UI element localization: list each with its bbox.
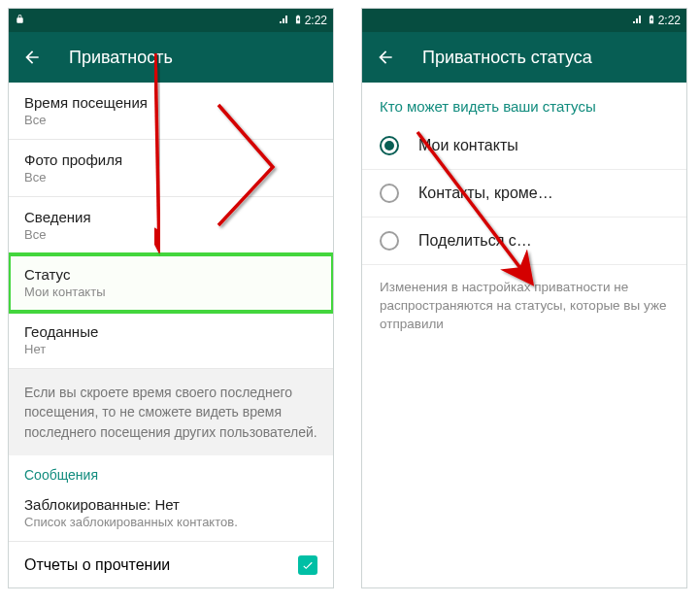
option-label: Контакты, кроме… xyxy=(418,185,553,202)
setting-row-blocked[interactable]: Заблокированные: Нет Список заблокирован… xyxy=(9,485,333,541)
option-share-with[interactable]: Поделиться с… xyxy=(362,218,686,265)
section-header-who-can-see: Кто может видеть ваши статусы xyxy=(362,83,686,122)
app-bar: Приватность статуса xyxy=(362,32,686,83)
setting-row-status[interactable]: Статус Мои контакты xyxy=(9,254,333,312)
setting-title: Отчеты о прочтении xyxy=(24,556,170,574)
option-contacts-except[interactable]: Контакты, кроме… xyxy=(362,170,686,218)
setting-value: Все xyxy=(24,113,317,127)
option-my-contacts[interactable]: Мои контакты xyxy=(362,122,686,170)
privacy-screen: 2:22 Приватность Время посещения Все Фот… xyxy=(8,8,334,588)
hint-text: Если вы скроете время своего последнего … xyxy=(9,369,333,455)
lock-icon xyxy=(15,14,25,27)
signal-icon xyxy=(278,14,291,28)
setting-row-profile-photo[interactable]: Фото профиля Все xyxy=(9,140,333,197)
back-button[interactable] xyxy=(376,48,395,67)
option-label: Поделиться с… xyxy=(418,232,532,250)
option-label: Мои контакты xyxy=(418,137,518,154)
setting-row-read-receipts[interactable]: Отчеты о прочтении xyxy=(9,541,333,588)
setting-title: Время посещения xyxy=(24,94,317,111)
clock-time: 2:22 xyxy=(658,14,681,27)
setting-value: Список заблокированных контактов. xyxy=(24,515,317,529)
battery-icon xyxy=(293,13,303,29)
setting-value: Нет xyxy=(24,342,317,356)
setting-value: Все xyxy=(24,170,317,185)
setting-row-about[interactable]: Сведения Все xyxy=(9,197,333,254)
setting-row-live-location[interactable]: Геоданные Нет xyxy=(9,312,333,369)
setting-value: Все xyxy=(24,227,317,242)
setting-title: Статус xyxy=(24,266,317,283)
setting-title: Геоданные xyxy=(24,323,317,340)
radio-unselected-icon xyxy=(380,184,399,203)
setting-title: Заблокированные: Нет xyxy=(24,496,317,513)
radio-selected-icon xyxy=(380,136,399,155)
checkbox-checked-icon[interactable] xyxy=(298,555,317,575)
app-bar: Приватность xyxy=(9,32,333,83)
battery-icon xyxy=(647,13,656,29)
status-privacy-screen: 2:22 Приватность статуса Кто может видет… xyxy=(361,8,687,588)
page-title: Приватность xyxy=(69,48,173,68)
setting-value: Мои контакты xyxy=(24,285,317,299)
signal-icon xyxy=(631,14,645,28)
setting-title: Сведения xyxy=(24,209,317,225)
page-title: Приватность статуса xyxy=(422,48,592,68)
back-button[interactable] xyxy=(22,48,42,67)
setting-row-last-seen[interactable]: Время посещения Все xyxy=(9,83,333,140)
status-bar: 2:22 xyxy=(362,9,686,32)
section-header-messages: Сообщения xyxy=(9,455,333,485)
clock-time: 2:22 xyxy=(305,14,327,27)
setting-title: Фото профиля xyxy=(24,151,317,168)
radio-unselected-icon xyxy=(380,231,399,251)
privacy-note: Изменения в настройках приватности не ра… xyxy=(362,265,686,348)
status-bar: 2:22 xyxy=(9,9,333,32)
